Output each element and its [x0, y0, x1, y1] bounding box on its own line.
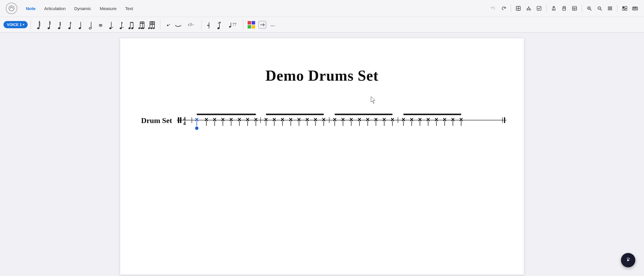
svg-line-23 — [600, 9, 602, 10]
8th-note-button[interactable] — [65, 19, 74, 30]
svg-point-84 — [167, 24, 169, 26]
main-toolbar: Note Articulation Dynamic Measure Text — [0, 0, 644, 33]
svg-line-7 — [528, 7, 529, 9]
main-content: Demo Drums Set Drum Set 4 4 — [0, 33, 644, 276]
dot-button[interactable] — [163, 19, 172, 30]
app-logo[interactable] — [6, 3, 17, 14]
score-view-button[interactable] — [620, 4, 629, 13]
delete-button[interactable] — [258, 19, 267, 30]
whole-note-button[interactable] — [96, 19, 105, 30]
tempo-button[interactable]: 77 — [225, 19, 240, 30]
staff-row: Drum Set 4 4 — [138, 107, 506, 134]
svg-rect-30 — [622, 6, 624, 8]
beam-note2-button[interactable] — [138, 19, 147, 30]
instrument-label: Drum Set — [138, 116, 172, 125]
rest-button[interactable] — [204, 19, 214, 30]
svg-point-1 — [11, 7, 12, 8]
note-sep2 — [160, 20, 160, 30]
slur-button[interactable] — [174, 19, 183, 30]
note-toolbar: VOICE 1 ▾ — [0, 17, 644, 32]
half-note-button[interactable] — [86, 19, 95, 30]
add-button[interactable] — [514, 4, 523, 13]
svg-rect-32 — [622, 9, 624, 10]
dotted-8th-button[interactable] — [117, 19, 126, 30]
note-sep1 — [31, 20, 31, 30]
print-button[interactable] — [560, 4, 568, 13]
more-label: ... — [270, 22, 275, 27]
svg-text:4: 4 — [183, 120, 186, 126]
svg-line-8 — [529, 7, 530, 9]
64th-note-button[interactable] — [34, 19, 43, 30]
svg-rect-97 — [252, 25, 255, 29]
svg-rect-33 — [625, 9, 627, 10]
svg-rect-31 — [625, 6, 627, 8]
voice-selector[interactable]: VOICE 1 ▾ — [3, 21, 28, 28]
svg-point-85 — [169, 24, 170, 25]
select-button[interactable] — [535, 4, 543, 13]
more-button[interactable]: ... — [268, 19, 277, 30]
logo-area[interactable] — [5, 3, 18, 14]
tab-dynamic[interactable]: Dynamic — [70, 4, 95, 13]
svg-rect-95 — [252, 21, 255, 24]
svg-line-19 — [590, 9, 591, 10]
tab-note[interactable]: Note — [22, 4, 39, 13]
32nd-note-button[interactable] — [44, 19, 53, 30]
zoom-in-button[interactable] — [585, 4, 594, 13]
beam-note3-button[interactable] — [148, 19, 157, 30]
metronome-button[interactable] — [606, 4, 614, 13]
keyboard-button[interactable] — [631, 4, 639, 13]
cut-button[interactable] — [524, 4, 533, 13]
tab-measure[interactable]: Measure — [96, 4, 120, 13]
tuplet-button[interactable]: r3⌐ — [184, 19, 198, 30]
svg-rect-10 — [537, 6, 541, 10]
playback-fab[interactable] — [621, 253, 635, 267]
tuplet-label: r3⌐ — [188, 22, 194, 27]
tab-text[interactable]: Text — [121, 4, 137, 13]
layout-button[interactable] — [570, 4, 579, 13]
svg-point-53 — [89, 27, 92, 29]
sep2 — [546, 5, 547, 12]
tab-articulation[interactable]: Articulation — [40, 4, 69, 13]
svg-point-58 — [112, 27, 113, 28]
svg-rect-12 — [563, 6, 565, 7]
split-button[interactable] — [215, 19, 224, 30]
svg-point-55 — [100, 25, 101, 26]
sep1 — [511, 5, 511, 12]
svg-rect-94 — [248, 21, 251, 24]
redo-button[interactable] — [499, 4, 508, 13]
tempo-label: 77 — [229, 22, 236, 28]
score-page: Demo Drums Set Drum Set 4 4 — [120, 38, 524, 275]
quarter-note-button[interactable] — [75, 19, 84, 30]
dotted-quarter-button[interactable] — [106, 19, 116, 30]
toolbar-right-actions — [489, 4, 639, 13]
color-button[interactable] — [246, 19, 257, 30]
svg-rect-41 — [635, 7, 636, 9]
16th-note-button[interactable] — [54, 19, 64, 30]
note-sep4 — [243, 20, 243, 30]
svg-rect-14 — [573, 6, 577, 10]
nav-tabs: Note Articulation Dynamic Measure Text — [22, 4, 489, 13]
svg-rect-104 — [180, 117, 181, 123]
beam-note-button[interactable] — [127, 19, 136, 30]
note-sep3 — [201, 20, 202, 30]
svg-rect-103 — [178, 117, 179, 123]
score-title: Demo Drums Set — [138, 67, 506, 84]
staff-container[interactable]: 4 4 — [177, 107, 506, 134]
svg-rect-40 — [634, 7, 634, 9]
sep4 — [617, 5, 617, 12]
svg-point-111 — [195, 126, 198, 130]
undo-button[interactable] — [489, 4, 498, 13]
svg-rect-96 — [248, 25, 251, 29]
nav-toolbar: Note Articulation Dynamic Measure Text — [0, 0, 644, 17]
voice-dropdown-arrow: ▾ — [23, 23, 24, 26]
zoom-out-button[interactable] — [595, 4, 604, 13]
sep3 — [582, 5, 582, 12]
svg-point-13 — [565, 8, 566, 9]
svg-point-61 — [123, 27, 124, 28]
svg-rect-11 — [563, 9, 566, 10]
svg-point-0 — [9, 6, 14, 11]
share-button[interactable] — [549, 4, 558, 13]
